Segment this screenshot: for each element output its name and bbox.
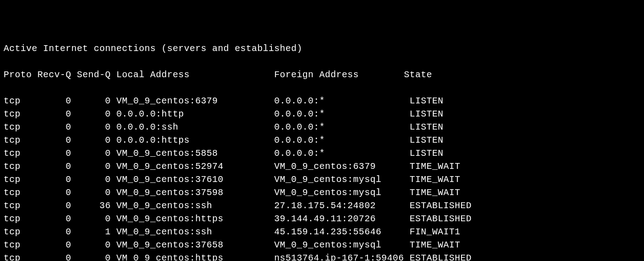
netstat-row: tcp 0 0 0.0.0.0:https 0.0.0.0:* LISTEN bbox=[4, 134, 640, 147]
netstat-row: tcp 0 0 VM_0_9_centos:6379 0.0.0.0:* LIS… bbox=[4, 94, 640, 107]
netstat-row: tcp 0 0 VM_0_9_centos:https ns513764.ip-… bbox=[4, 252, 640, 261]
netstat-row: tcp 0 1 VM_0_9_centos:ssh 45.159.14.235:… bbox=[4, 225, 640, 238]
netstat-title: Active Internet connections (servers and… bbox=[4, 42, 640, 55]
netstat-row: tcp 0 0 0.0.0.0:http 0.0.0.0:* LISTEN bbox=[4, 107, 640, 121]
netstat-row: tcp 0 36 VM_0_9_centos:ssh 27.18.175.54:… bbox=[4, 199, 640, 212]
netstat-header: Proto Recv-Q Send-Q Local Address Foreig… bbox=[4, 68, 640, 81]
netstat-row: tcp 0 0 VM_0_9_centos:https 39.144.49.11… bbox=[4, 212, 640, 225]
netstat-row: tcp 0 0 0.0.0.0:ssh 0.0.0.0:* LISTEN bbox=[4, 121, 640, 134]
netstat-row: tcp 0 0 VM_0_9_centos:37658 VM_0_9_cento… bbox=[4, 238, 640, 252]
netstat-row: tcp 0 0 VM_0_9_centos:37610 VM_0_9_cento… bbox=[4, 173, 640, 186]
netstat-row: tcp 0 0 VM_0_9_centos:5858 0.0.0.0:* LIS… bbox=[4, 147, 640, 160]
netstat-row: tcp 0 0 VM_0_9_centos:37598 VM_0_9_cento… bbox=[4, 186, 640, 199]
netstat-row: tcp 0 0 VM_0_9_centos:52974 VM_0_9_cento… bbox=[4, 160, 640, 173]
